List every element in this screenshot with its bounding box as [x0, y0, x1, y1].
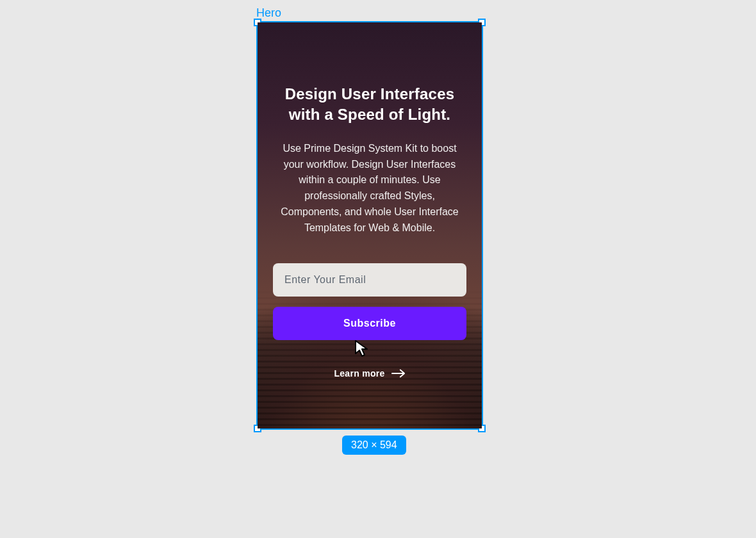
selection-label: Hero	[256, 6, 281, 20]
selection-frame[interactable]: Design User Interfaces with a Speed of L…	[256, 21, 483, 430]
dimensions-badge: 320 × 594	[342, 436, 406, 455]
hero-content: Design User Interfaces with a Speed of L…	[258, 22, 482, 379]
hero-artboard[interactable]: Design User Interfaces with a Speed of L…	[258, 22, 482, 428]
subscribe-button[interactable]: Subscribe	[273, 307, 466, 340]
learn-more-label: Learn more	[334, 368, 384, 379]
hero-subtext: Use Prime Design System Kit to boost you…	[273, 141, 466, 236]
subscribe-button-label: Subscribe	[343, 318, 396, 329]
arrow-right-icon	[391, 369, 406, 378]
design-canvas[interactable]: Hero Design User Interfaces with a Speed…	[0, 0, 756, 538]
learn-more-link[interactable]: Learn more	[334, 368, 405, 379]
email-input[interactable]	[273, 263, 466, 297]
hero-headline: Design User Interfaces with a Speed of L…	[273, 84, 466, 126]
